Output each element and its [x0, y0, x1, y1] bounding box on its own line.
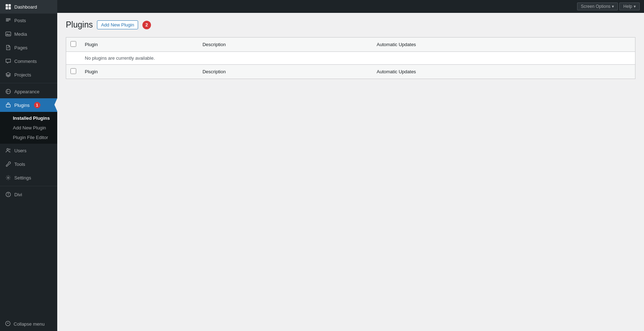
svg-point-7	[7, 148, 9, 150]
header-plugin-col: Plugin	[80, 37, 198, 51]
svg-rect-2	[6, 7, 8, 9]
table-row-empty: No plugins are currently available.	[66, 51, 635, 64]
active-indicator	[54, 98, 57, 111]
sidebar-item-users[interactable]: Users	[0, 144, 57, 157]
sidebar-item-label: Media	[14, 31, 27, 37]
header-checkbox-col	[66, 37, 81, 51]
plugins-table: Plugin Description Automatic Updates No …	[66, 37, 635, 79]
users-icon	[5, 147, 11, 154]
update-count-badge: 2	[142, 21, 151, 29]
sidebar-item-label: Users	[14, 148, 26, 153]
sidebar-divider-1	[0, 83, 57, 83]
sidebar-item-label: Settings	[14, 175, 31, 181]
sidebar-item-divi[interactable]: Divi	[0, 188, 57, 201]
svg-rect-4	[6, 32, 11, 36]
sidebar-item-appearance[interactable]: Appearance	[0, 85, 57, 98]
table-header-row: Plugin Description Automatic Updates	[66, 37, 635, 51]
sidebar-item-label: Comments	[14, 59, 37, 64]
sidebar-item-projects[interactable]: Projects	[0, 68, 57, 81]
sidebar-item-label: Pages	[14, 45, 28, 50]
footer-checkbox-col	[66, 64, 81, 79]
plugins-submenu: Installed Plugins Add New Plugin Plugin …	[0, 112, 57, 144]
collapse-menu[interactable]: Collapse menu	[0, 317, 57, 331]
plugins-icon	[5, 102, 11, 108]
help-button[interactable]: Help ▾	[619, 3, 640, 10]
svg-rect-6	[6, 104, 10, 107]
submenu-add-new-plugin[interactable]: Add New Plugin	[0, 123, 57, 133]
posts-icon	[5, 17, 11, 24]
help-label: Help	[623, 4, 632, 9]
plugins-badge: 1	[34, 102, 40, 108]
select-all-checkbox[interactable]	[70, 41, 76, 47]
add-new-plugin-button[interactable]: Add New Plugin	[97, 20, 138, 29]
sidebar-item-label: Dashboard	[14, 4, 37, 10]
sidebar-item-pages[interactable]: Pages	[0, 41, 57, 54]
svg-rect-0	[6, 4, 8, 6]
sidebar-item-dashboard[interactable]: Dashboard	[0, 0, 57, 14]
divi-icon	[5, 191, 11, 198]
submenu-installed-plugins[interactable]: Installed Plugins	[0, 113, 57, 123]
table-footer-row: Plugin Description Automatic Updates	[66, 64, 635, 79]
empty-message-cell: No plugins are currently available.	[80, 51, 635, 64]
sidebar-item-settings[interactable]: Settings	[0, 171, 57, 184]
comments-icon	[5, 58, 11, 64]
sidebar: Dashboard Posts Media Pages Comments Pro…	[0, 0, 57, 331]
sidebar-item-label: Projects	[14, 72, 31, 78]
screen-options-chevron-icon: ▾	[612, 4, 614, 9]
page-header: Plugins Add New Plugin 2	[66, 20, 635, 30]
appearance-icon	[5, 88, 11, 95]
select-all-checkbox-bottom[interactable]	[70, 68, 76, 74]
sidebar-item-plugins-wrapper: Plugins 1	[0, 98, 57, 112]
svg-rect-3	[9, 7, 11, 9]
screen-options-button[interactable]: Screen Options ▾	[577, 3, 618, 10]
empty-checkbox-cell	[66, 51, 81, 64]
settings-icon	[5, 174, 11, 181]
help-chevron-icon: ▾	[634, 4, 636, 9]
sidebar-item-label: Divi	[14, 192, 22, 197]
dashboard-icon	[5, 4, 11, 10]
tools-icon	[5, 161, 11, 167]
collapse-label: Collapse menu	[14, 321, 45, 327]
sidebar-item-comments[interactable]: Comments	[0, 54, 57, 68]
sidebar-item-posts[interactable]: Posts	[0, 14, 57, 27]
sidebar-item-plugins[interactable]: Plugins 1	[0, 98, 57, 112]
content-area: Plugins Add New Plugin 2 Plugin Descript…	[57, 13, 644, 331]
collapse-icon	[5, 321, 11, 327]
footer-plugin-col: Plugin	[80, 64, 198, 79]
svg-point-8	[9, 149, 10, 150]
page-title: Plugins	[66, 20, 93, 30]
footer-description-col: Description	[198, 64, 372, 79]
submenu-plugin-file-editor[interactable]: Plugin File Editor	[0, 133, 57, 142]
footer-automatic-updates-col: Automatic Updates	[372, 64, 635, 79]
sidebar-item-media[interactable]: Media	[0, 27, 57, 41]
svg-rect-1	[9, 4, 11, 6]
sidebar-item-tools[interactable]: Tools	[0, 157, 57, 171]
screen-options-label: Screen Options	[581, 4, 611, 9]
sidebar-item-label: Tools	[14, 162, 25, 167]
pages-icon	[5, 44, 11, 51]
svg-point-11	[6, 321, 10, 326]
media-icon	[5, 31, 11, 37]
header-description-col: Description	[198, 37, 372, 51]
projects-icon	[5, 71, 11, 78]
sidebar-item-label: Plugins	[14, 103, 30, 108]
sidebar-item-label: Appearance	[14, 89, 39, 94]
svg-point-9	[8, 177, 9, 178]
main-area: Screen Options ▾ Help ▾ Plugins Add New …	[57, 0, 644, 331]
sidebar-item-label: Posts	[14, 18, 26, 23]
topbar: Screen Options ▾ Help ▾	[57, 0, 644, 13]
header-automatic-updates-col: Automatic Updates	[372, 37, 635, 51]
sidebar-divider-2	[0, 186, 57, 186]
